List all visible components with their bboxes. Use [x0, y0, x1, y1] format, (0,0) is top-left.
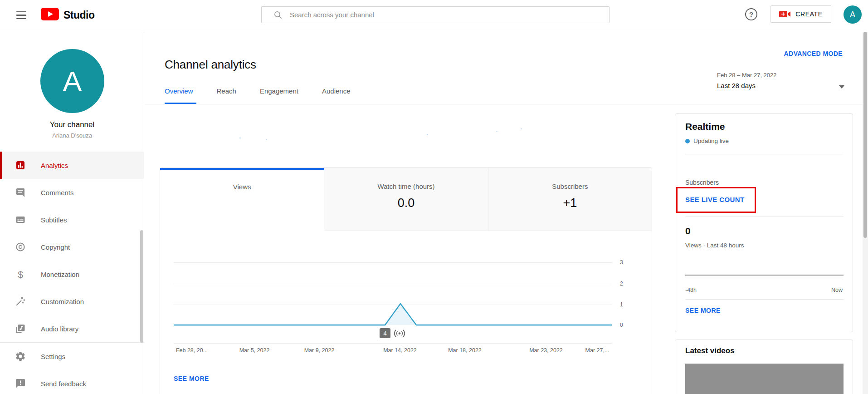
- sidebar-nav: Analytics Comments Subtitles Copyright: [0, 152, 144, 394]
- channel-search: [261, 6, 610, 23]
- sidebar-item-label: Customization: [41, 298, 84, 305]
- magic-wand-icon: [15, 296, 26, 307]
- chevron-down-icon: [839, 85, 844, 89]
- live-dot-icon: [685, 139, 690, 143]
- date-range-picker[interactable]: Feb 28 – Mar 27, 2022 Last 28 days: [717, 72, 844, 89]
- kpi-label: Subscribers: [488, 182, 652, 190]
- help-icon[interactable]: ?: [745, 8, 757, 20]
- channel-owner-name: Ariana D'souza: [0, 132, 144, 139]
- kpi-tab-row: Views Watch time (hours) 0.0 Subscribers…: [160, 168, 652, 231]
- realtime-sparkline: [685, 275, 844, 276]
- sidebar-item-label: Send feedback: [41, 380, 86, 388]
- channel-title: Your channel: [0, 120, 144, 129]
- search-icon: [273, 10, 283, 20]
- advanced-mode-link[interactable]: ADVANCED MODE: [784, 50, 843, 57]
- render-artifact-dot: [521, 128, 522, 129]
- realtime-card: Realtime Updating live Subscribers SEE L…: [675, 113, 853, 332]
- create-label: CREATE: [795, 10, 822, 18]
- sidebar-item-audio-library[interactable]: Audio library: [0, 315, 144, 342]
- kpi-tab-subscribers[interactable]: Subscribers +1: [488, 168, 652, 231]
- tab-overview[interactable]: Overview: [165, 87, 193, 99]
- sidebar-item-label: Analytics: [41, 162, 68, 169]
- sidebar-item-label: Audio library: [41, 325, 78, 333]
- youtube-studio-logo[interactable]: Studio: [41, 8, 95, 22]
- chart-see-more-link[interactable]: SEE MORE: [174, 375, 209, 382]
- realtime-views-value: 0: [685, 226, 691, 236]
- monetization-icon: $: [15, 269, 26, 280]
- sidebar-item-label: Monetization: [41, 271, 79, 278]
- kpi-label: Watch time (hours): [324, 182, 488, 190]
- menu-icon[interactable]: [16, 11, 26, 20]
- divider: [685, 154, 844, 154]
- live-stream-marker-icon[interactable]: [393, 329, 406, 340]
- sidebar-item-label: Comments: [41, 189, 74, 197]
- sidebar-scrollbar[interactable]: [140, 230, 143, 343]
- youtube-studio-analytics-page: Studio ? CREATE A A Your channel Ariana …: [0, 0, 868, 394]
- tab-reach[interactable]: Reach: [217, 87, 236, 99]
- sidebar-item-analytics[interactable]: Analytics: [0, 152, 144, 179]
- sidebar-item-comments[interactable]: Comments: [0, 179, 144, 206]
- audio-library-icon: [15, 323, 26, 334]
- sidebar-item-label: Subtitles: [41, 216, 67, 224]
- chart-event-marker[interactable]: 4: [380, 328, 390, 338]
- y-tick-label: 0: [620, 322, 631, 328]
- highlight-annotation-box: [676, 187, 756, 213]
- sidebar-item-customization[interactable]: Customization: [0, 288, 144, 315]
- create-button[interactable]: CREATE: [770, 5, 831, 23]
- video-thumbnail-placeholder[interactable]: [685, 364, 844, 394]
- tab-audience[interactable]: Audience: [322, 87, 351, 99]
- x-tick-label: Feb 28, 20...: [176, 347, 208, 354]
- latest-videos-title: Latest videos: [685, 346, 735, 355]
- divider: [685, 299, 844, 300]
- feedback-icon: [15, 378, 26, 389]
- x-tick-label: Mar 9, 2022: [304, 347, 335, 354]
- account-avatar[interactable]: A: [844, 5, 862, 24]
- render-artifact-dot: [496, 131, 497, 132]
- y-tick-label: 2: [620, 281, 631, 287]
- render-artifact-dot: [239, 138, 241, 138]
- realtime-sparkline-axis: [685, 277, 844, 277]
- render-artifact-dot: [427, 134, 428, 135]
- kpi-value: +1: [488, 196, 652, 210]
- render-artifact-dot: [266, 139, 267, 140]
- realtime-views-caption: Views · Last 48 hours: [685, 242, 744, 249]
- copyright-icon: [15, 241, 26, 252]
- sparkline-axis-end-label: Now: [831, 287, 843, 293]
- page-title: Channel analytics: [165, 58, 256, 72]
- date-preset-text: Last 28 days: [717, 82, 844, 89]
- topbar: Studio ? CREATE A: [0, 0, 868, 32]
- studio-wordmark: Studio: [63, 9, 95, 21]
- sidebar-item-settings[interactable]: Settings: [0, 343, 144, 370]
- y-tick-label: 1: [620, 301, 631, 308]
- youtube-play-icon: [41, 8, 59, 22]
- sidebar-item-monetization[interactable]: $ Monetization: [0, 261, 144, 288]
- realtime-see-more-link[interactable]: SEE MORE: [685, 307, 721, 314]
- kpi-tab-watch-time[interactable]: Watch time (hours) 0.0: [324, 168, 488, 231]
- x-tick-label: Mar 23, 2022: [529, 347, 563, 354]
- analytics-icon: [15, 160, 26, 171]
- channel-avatar[interactable]: A: [40, 49, 104, 113]
- views-line-chart: [174, 257, 612, 344]
- y-tick-label: 3: [620, 259, 631, 266]
- sidebar-item-send-feedback[interactable]: Send feedback: [0, 370, 144, 394]
- tab-engagement[interactable]: Engagement: [260, 87, 298, 99]
- subscribers-label: Subscribers: [685, 179, 719, 186]
- realtime-status: Updating live: [685, 138, 729, 144]
- realtime-title: Realtime: [685, 121, 725, 132]
- search-input[interactable]: [289, 10, 609, 19]
- latest-videos-card: Latest videos: [675, 340, 853, 394]
- tabs-bottom-border: [145, 104, 868, 104]
- sidebar-item-subtitles[interactable]: Subtitles: [0, 206, 144, 233]
- x-tick-label: Mar 27,...: [585, 347, 610, 354]
- sidebar-item-copyright[interactable]: Copyright: [0, 233, 144, 261]
- kpi-tab-views[interactable]: Views: [160, 168, 324, 231]
- page-scrollbar-thumb[interactable]: [863, 32, 867, 238]
- gear-icon: [15, 351, 26, 362]
- x-tick-label: Mar 5, 2022: [239, 347, 270, 354]
- comments-icon: [15, 187, 26, 198]
- realtime-status-text: Updating live: [693, 138, 729, 144]
- subtitles-icon: [15, 214, 26, 225]
- divider: [685, 217, 844, 217]
- kpi-label: Views: [160, 183, 324, 191]
- sidebar-item-label: Copyright: [41, 243, 70, 251]
